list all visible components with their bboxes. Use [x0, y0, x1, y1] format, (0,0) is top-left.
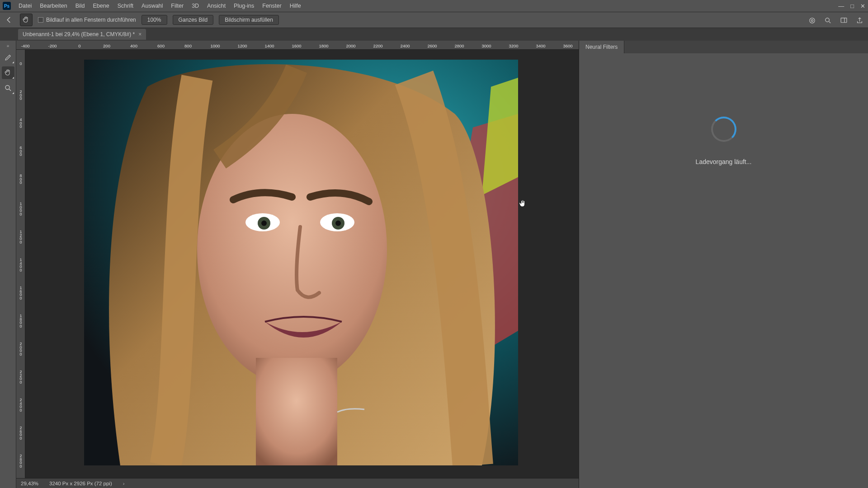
zoom-tool[interactable] — [2, 82, 14, 94]
fit-screen-button[interactable]: Ganzes Bild — [173, 15, 214, 25]
close-tab-icon[interactable]: × — [138, 31, 142, 38]
window-minimize-icon[interactable]: — — [838, 3, 844, 9]
panel-tab-neural-filters[interactable]: Neural Filters — [579, 41, 624, 53]
menu-ansicht[interactable]: Ansicht — [203, 0, 230, 12]
document-image[interactable] — [84, 60, 518, 465]
ruler-tick: 600 — [17, 146, 25, 157]
ruler-tick: 1000 — [17, 202, 25, 216]
checkbox-icon — [38, 17, 43, 23]
svg-point-0 — [810, 18, 815, 23]
ruler-tick: 2800 — [454, 43, 464, 48]
app-icon: Ps — [3, 2, 11, 10]
ruler-tick: 2000 — [346, 43, 355, 48]
ruler-tick: 2600 — [17, 427, 25, 440]
menu-3d[interactable]: 3D — [188, 0, 203, 12]
window-close-icon[interactable]: ✕ — [860, 3, 865, 9]
ruler-tick: -200 — [48, 43, 57, 48]
ruler-tick: 3400 — [536, 43, 545, 48]
menu-bar: Ps Datei Bearbeiten Bild Ebene Schrift A… — [0, 0, 868, 12]
ruler-tick: 1600 — [292, 43, 301, 48]
menu-ebene[interactable]: Ebene — [89, 0, 113, 12]
vertical-ruler[interactable]: 0 200 400 600 800 1000 1200 1400 1600 18… — [16, 50, 25, 478]
ruler-tick: 2600 — [427, 43, 437, 48]
tools-collapse-icon[interactable]: » — [7, 43, 9, 48]
status-bar: 29,43% 3240 Px x 2926 Px (72 ppi) › — [16, 478, 579, 488]
ruler-tick: 200 — [17, 90, 25, 101]
svg-point-13 — [335, 221, 341, 226]
chevron-left-icon — [5, 16, 13, 24]
portrait-image-placeholder — [84, 60, 518, 465]
menu-hilfe[interactable]: Hilfe — [286, 0, 305, 12]
menu-bearbeiten[interactable]: Bearbeiten — [36, 0, 71, 12]
svg-point-4 — [5, 85, 9, 89]
neural-filters-panel: Neural Filters Ladevorgang läuft... — [579, 41, 868, 488]
home-back-button[interactable] — [4, 14, 14, 25]
ruler-tick: 2000 — [17, 343, 25, 356]
hand-cursor-icon — [518, 199, 527, 208]
horizontal-ruler[interactable]: -400 -200 0 200 400 600 800 1000 1200 14… — [16, 41, 579, 50]
share-icon[interactable] — [856, 17, 863, 24]
ruler-tick: 800 — [184, 43, 192, 48]
canvas-inner: 0 200 400 600 800 1000 1200 1400 1600 18… — [16, 50, 579, 478]
svg-rect-3 — [841, 18, 847, 22]
ruler-tick: 2400 — [17, 399, 25, 412]
ruler-tick: 1200 — [237, 43, 247, 48]
canvas-wrap: -400 -200 0 200 400 600 800 1000 1200 14… — [16, 41, 579, 488]
status-dims: 3240 Px x 2926 Px (72 ppi) — [49, 481, 112, 486]
optionsbar-right — [808, 12, 863, 28]
ruler-tick: 2200 — [373, 43, 382, 48]
ruler-tick: -400 — [21, 43, 29, 48]
menu-plugins[interactable]: Plug-ins — [230, 0, 258, 12]
zoom-100-button[interactable]: 100% — [142, 15, 167, 25]
ruler-tick: 1600 — [17, 286, 25, 300]
document-tab-strip: Unbenannt-1 bei 29,4% (Ebene 1, CMYK/8#)… — [0, 28, 868, 41]
menu-fenster[interactable]: Fenster — [258, 0, 285, 12]
window-controls: — □ ✕ — [838, 0, 865, 12]
tools-panel: » — [0, 41, 16, 488]
scroll-all-windows-checkbox[interactable]: Bildlauf in allen Fenstern durchführen — [38, 17, 136, 23]
ruler-tick: 1200 — [17, 230, 25, 244]
hand-icon — [4, 69, 12, 77]
menu-datei[interactable]: Datei — [14, 0, 36, 12]
menu-auswahl[interactable]: Auswahl — [137, 0, 167, 12]
active-tool-indicator[interactable] — [20, 14, 33, 26]
status-zoom[interactable]: 29,43% — [21, 481, 38, 486]
ruler-tick: 2400 — [400, 43, 410, 48]
document-tab[interactable]: Unbenannt-1 bei 29,4% (Ebene 1, CMYK/8#)… — [18, 29, 146, 40]
ruler-tick: 600 — [157, 43, 165, 48]
cloud-sync-icon[interactable] — [808, 17, 816, 24]
fill-screen-button[interactable]: Bildschirm ausfüllen — [219, 15, 279, 25]
workspace-icon[interactable] — [840, 17, 848, 24]
status-chevron-icon[interactable]: › — [123, 481, 125, 486]
window-maximize-icon[interactable]: □ — [850, 3, 854, 9]
menu-filter[interactable]: Filter — [167, 0, 188, 12]
canvas-viewport[interactable] — [25, 50, 579, 478]
app-icon-text: Ps — [4, 4, 9, 9]
ruler-tick: 1800 — [17, 314, 25, 328]
scroll-all-label: Bildlauf in allen Fenstern durchführen — [46, 17, 136, 23]
ruler-tick: 200 — [103, 43, 110, 48]
panel-tab-bar: Neural Filters — [579, 41, 868, 53]
ruler-tick: 3000 — [481, 43, 491, 48]
search-icon[interactable] — [824, 17, 832, 24]
menu-schrift[interactable]: Schrift — [113, 0, 137, 12]
brush-icon — [4, 53, 12, 61]
ruler-tick: 2200 — [17, 371, 25, 384]
loading-text: Ladevorgang läuft... — [696, 158, 752, 165]
edit-toolbar-tool[interactable] — [2, 51, 14, 64]
ruler-tick: 3200 — [509, 43, 518, 48]
svg-point-12 — [261, 221, 267, 226]
ruler-tick: 3600 — [563, 43, 572, 48]
svg-rect-7 — [256, 358, 337, 465]
svg-point-1 — [811, 19, 813, 21]
menu-bild[interactable]: Bild — [71, 0, 89, 12]
loading-spinner-icon — [711, 117, 736, 142]
ruler-tick: 400 — [17, 118, 25, 129]
svg-point-2 — [826, 18, 830, 22]
main-area: » -400 -200 0 200 400 600 800 1000 1200 … — [0, 41, 868, 488]
hand-tool[interactable] — [2, 66, 14, 79]
ruler-tick: 1400 — [17, 258, 25, 272]
ruler-tick: 1800 — [319, 43, 328, 48]
ruler-tick: 1000 — [210, 43, 220, 48]
ruler-tick: 0 — [78, 43, 80, 48]
